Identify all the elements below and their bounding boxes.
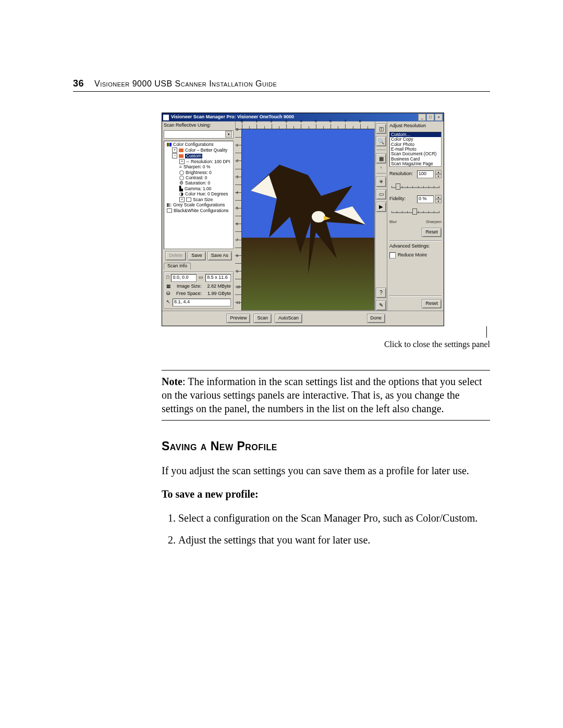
reduce-moire-label: Reduce Moire [398, 253, 427, 258]
settings-panel: Adjust Resolution Custom… Color Copy Col… [387, 121, 444, 311]
preset-magazine[interactable]: Scan Magazine Page [390, 162, 441, 166]
reset2-button[interactable]: Reset [422, 299, 442, 309]
checkbox-icon [389, 252, 396, 258]
note-text: : The information in the scan settings l… [162, 376, 482, 415]
minimize-button[interactable]: _ [418, 114, 426, 121]
autoscan-button[interactable]: AutoScan [275, 314, 302, 323]
delete-button[interactable]: Delete [165, 251, 186, 261]
fidelity-label: Fidelity: [389, 196, 415, 202]
resolution-input[interactable]: 100 [417, 170, 434, 178]
section-heading: Saving a New Profile [162, 439, 490, 453]
app-icon [163, 115, 169, 120]
note-bold: Note [162, 376, 182, 387]
tab-scaninfo[interactable]: Scan Info [164, 263, 191, 269]
resolution-slider[interactable] [389, 182, 442, 191]
gray-icon [167, 203, 172, 207]
procedure-steps: Select a configuration on the Scan Manag… [162, 511, 490, 547]
settings-title: Adjust Resolution [389, 124, 442, 129]
expand-icon[interactable]: + [179, 197, 185, 202]
advanced-label: Advanced Settings: [389, 244, 442, 249]
settings-tree[interactable]: Color Configurations +Color – Better Qua… [164, 141, 234, 249]
saturation-icon: ⚙ [179, 181, 183, 186]
reset-button[interactable]: Reset [422, 228, 442, 237]
step-1: Select a configuration on the Scan Manag… [178, 511, 490, 525]
tree-color-conf: Color Configurations [173, 142, 213, 147]
preset-list[interactable]: Custom… Color Copy Color Photo E-mail Ph… [389, 132, 442, 167]
rect-tool-icon[interactable]: ▭ [376, 189, 386, 200]
close-button[interactable]: × [435, 114, 443, 121]
preview-canvas[interactable] [241, 129, 375, 311]
collapse-icon[interactable]: − [172, 153, 177, 158]
imgsize-label: Image Size: [177, 284, 202, 289]
tree-colorhue: Color Hue: 0 Degrees [185, 192, 228, 196]
ruler-vertical [235, 129, 241, 311]
arrow-icon: › [381, 166, 382, 170]
free-icon: ⛁ [166, 291, 170, 297]
page-number: 36 [73, 78, 84, 89]
free-value: 1.99 GByte [207, 291, 231, 297]
svg-point-0 [312, 211, 325, 223]
section-intro: If you adjust the scan settings you can … [162, 463, 490, 478]
free-label: Free Space: [176, 291, 202, 297]
imgsize-value: 2.82 MByte [207, 284, 231, 289]
left-panel: Scan Reflective Using: ▾ Color Configura… [162, 121, 235, 311]
folder-icon [179, 154, 183, 158]
fidelity-slider[interactable] [389, 207, 442, 216]
expand-icon[interactable]: + [172, 147, 177, 153]
blur-label: Blur [389, 220, 397, 225]
saveas-button[interactable]: Save As [207, 251, 232, 261]
resolution-spinner[interactable]: ▲▼ [435, 170, 442, 178]
note-paragraph: Note: The information in the scan settin… [162, 375, 490, 416]
resolution-label: Resolution: [389, 171, 415, 177]
scansize-icon [186, 198, 191, 202]
gamma-icon: ▙ [179, 187, 183, 191]
scan-mode-label: Scan Reflective Using: [164, 123, 234, 128]
video-tool-icon[interactable]: ▶ [376, 202, 386, 212]
tree-gamma: Gamma: 1.00 [185, 187, 212, 191]
chevron-down-icon: ▾ [225, 131, 232, 138]
tool-strip: ◫ 🔍 ▦ › ✳ ▭ ▶ ? ✎ [375, 121, 387, 311]
brightness-icon [179, 170, 184, 175]
crop-tool-icon[interactable]: ◫ [376, 124, 386, 134]
reduce-moire-checkbox[interactable]: Reduce Moire [389, 252, 442, 258]
fidelity-spinner[interactable]: ▲▼ [435, 195, 442, 203]
dims-value: 8.5 x 11.6 [205, 274, 231, 282]
ruler-horizontal [235, 121, 375, 129]
tree-gray: Grey Scale Configurations [173, 203, 225, 207]
maximize-button[interactable]: □ [426, 114, 434, 121]
pointer-icon: ↖ [166, 300, 170, 305]
newdoc-tool-icon[interactable]: ✎ [376, 300, 386, 311]
color-icon [167, 143, 172, 146]
grid-tool-icon[interactable]: ▦ [376, 153, 386, 164]
tree-custom[interactable]: Custom [185, 154, 202, 158]
tree-bw: Black&White Configurations [174, 208, 228, 213]
header-rule [73, 91, 490, 92]
imgsize-icon: ▦ [166, 284, 171, 289]
tree-sharpen: Sharpen: 0 % [183, 165, 211, 169]
sharpen-icon: ≡ [179, 165, 182, 169]
tree-saturation: Saturation: 0 [185, 181, 210, 186]
done-button[interactable]: Done [367, 314, 386, 323]
rotate-tool-icon[interactable]: ✳ [376, 177, 386, 187]
procedure-heading: To save a new profile: [162, 488, 490, 500]
callout-wrap: Click to close the settings panel [162, 326, 490, 349]
bw-icon [167, 208, 172, 213]
help-tool-icon[interactable]: ? [376, 288, 386, 298]
expand-icon[interactable]: + [179, 159, 185, 164]
tree-brightness: Brightness: 0 [186, 170, 212, 175]
tree-scansize: Scan Size [193, 198, 213, 202]
fidelity-input[interactable]: 0 % [417, 195, 434, 203]
tree-better-quality: Color – Better Quality [185, 148, 227, 153]
bottom-bar: Preview Scan AutoScan Done [162, 311, 444, 326]
preview-button[interactable]: Preview [226, 314, 250, 323]
callout-leader [486, 326, 487, 338]
step-2: Adjust the settings that you want for la… [178, 533, 490, 547]
zoom-tool-icon[interactable]: 🔍 [376, 136, 386, 146]
tree-resolution: Resolution: 100 DPI [191, 159, 230, 164]
running-header: 36 Visioneer 9000 USB Scanner Installati… [73, 78, 490, 89]
folder-icon [179, 149, 183, 152]
save-button[interactable]: Save [188, 251, 206, 261]
scan-button[interactable]: Scan [253, 314, 272, 323]
scan-mode-dropdown[interactable]: ▾ [164, 130, 234, 139]
coords-value: 0.0, 0.0 [171, 274, 197, 282]
